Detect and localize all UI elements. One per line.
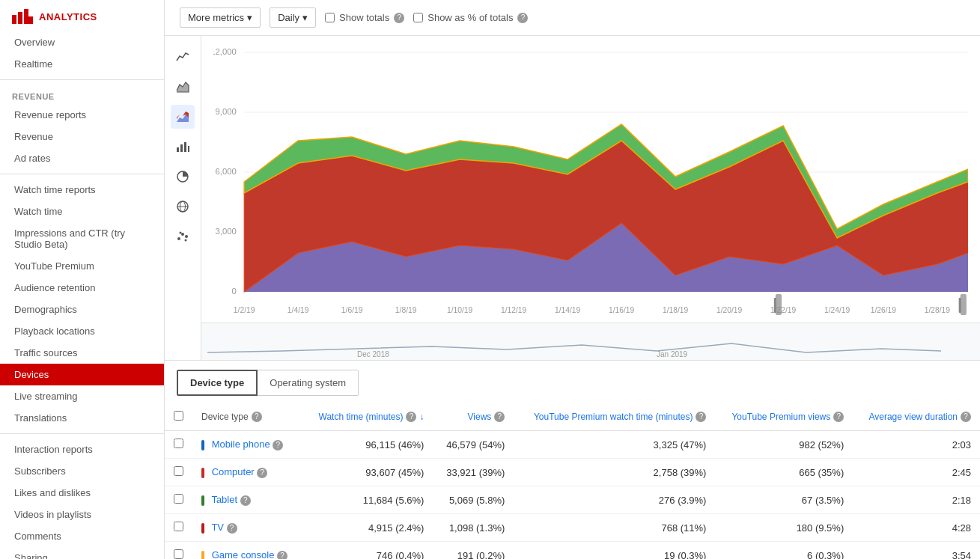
sidebar-item-likes-dislikes[interactable]: Likes and dislikes	[0, 482, 164, 504]
table-row: Computer ? 93,607 (45%) 33,921 (39%) 2,7…	[165, 459, 980, 486]
svg-rect-9	[188, 146, 189, 152]
row-checkbox[interactable]	[174, 549, 183, 559]
show-totals-input[interactable]	[325, 13, 335, 22]
dropdown-arrow-icon: ▾	[247, 12, 252, 23]
svg-text:1/14/19: 1/14/19	[555, 306, 581, 314]
svg-point-18	[185, 239, 187, 242]
sidebar-item-comments[interactable]: Comments	[0, 525, 164, 547]
sidebar-item-subscribers[interactable]: Subscribers	[0, 460, 164, 482]
sidebar-item-ad-rates[interactable]: Ad rates	[0, 147, 164, 169]
sidebar-item-overview[interactable]: Overview	[0, 31, 164, 53]
sidebar-item-revenue[interactable]: Revenue	[0, 126, 164, 147]
views-info-icon[interactable]: ?	[494, 412, 505, 422]
watch-time-info-icon[interactable]: ?	[406, 412, 416, 422]
svg-text:6,000: 6,000	[216, 167, 237, 176]
line-chart-icon[interactable]	[171, 45, 195, 69]
globe-icon[interactable]	[171, 195, 195, 219]
stacked-area-chart-icon[interactable]	[171, 105, 195, 129]
more-metrics-label: More metrics	[188, 12, 244, 23]
row-avg-duration: 2:45	[853, 459, 980, 486]
row-checkbox[interactable]	[174, 494, 183, 504]
device-color-indicator	[201, 523, 204, 534]
device-type-name[interactable]: Tablet	[211, 494, 237, 505]
sidebar-item-playback-locations[interactable]: Playback locations	[0, 320, 164, 342]
daily-button[interactable]: Daily ▾	[270, 7, 316, 28]
row-watch-time: 746 (0.4%)	[302, 542, 433, 560]
bar-chart-icon[interactable]	[171, 135, 195, 159]
toolbar: More metrics ▾ Daily ▾ Show totals ? Sho…	[165, 0, 980, 36]
sidebar-item-traffic-sources[interactable]: Traffic sources	[0, 342, 164, 364]
yt-premium-views-info-icon[interactable]: ?	[833, 412, 844, 422]
sidebar-item-demographics[interactable]: Demographics	[0, 299, 164, 320]
show-pct-info-icon[interactable]: ?	[517, 13, 528, 23]
main-chart-svg: 12,000 9,000 6,000 3,000 0 1/2/19	[213, 43, 968, 320]
device-type-name[interactable]: Game console	[212, 549, 275, 559]
sidebar-item-devices[interactable]: Devices	[0, 364, 164, 385]
svg-point-14	[177, 237, 180, 240]
sidebar-item-revenue-reports[interactable]: Revenue reports	[0, 104, 164, 126]
device-type-row-info-icon[interactable]: ?	[227, 523, 237, 534]
sidebar-item-translations[interactable]: Translations	[0, 407, 164, 429]
avg-duration-info-icon[interactable]: ?	[961, 412, 971, 422]
row-checkbox[interactable]	[174, 439, 183, 448]
device-type-row-info-icon[interactable]: ?	[257, 468, 267, 478]
svg-text:1/12/19: 1/12/19	[501, 306, 527, 314]
scatter-chart-icon[interactable]	[171, 224, 195, 248]
device-color-indicator	[201, 495, 204, 506]
device-type-name[interactable]: Mobile phone	[212, 439, 270, 450]
svg-rect-47	[776, 294, 782, 315]
yt-premium-watch-info-icon[interactable]: ?	[696, 412, 706, 422]
svg-rect-6	[177, 147, 179, 152]
svg-point-16	[185, 235, 188, 238]
svg-rect-2	[24, 9, 28, 24]
svg-text:Dec 2018: Dec 2018	[357, 350, 389, 358]
svg-rect-8	[184, 142, 186, 152]
row-checkbox[interactable]	[174, 522, 183, 531]
sort-down-icon: ↓	[419, 412, 424, 422]
tab-bar: Device type Operating system	[165, 361, 980, 396]
sidebar-item-realtime[interactable]: Realtime	[0, 53, 164, 75]
th-yt-premium-watch-label: YouTube Premium watch time (minutes)	[534, 412, 693, 422]
pie-chart-icon[interactable]	[171, 165, 195, 189]
svg-text:9,000: 9,000	[216, 107, 237, 116]
area-chart-icon[interactable]	[171, 75, 195, 99]
device-type-name[interactable]: TV	[211, 522, 224, 533]
svg-rect-7	[180, 144, 183, 152]
sidebar-item-watch-time-reports[interactable]: Watch time reports	[0, 179, 164, 201]
show-pct-input[interactable]	[413, 13, 423, 22]
sidebar-item-sharing[interactable]: Sharing	[0, 547, 164, 559]
more-metrics-button[interactable]: More metrics ▾	[180, 7, 261, 28]
select-all-checkbox[interactable]	[174, 411, 183, 421]
device-type-row-info-icon[interactable]: ?	[273, 440, 283, 450]
th-yt-premium-views: YouTube Premium views ?	[715, 403, 853, 431]
tab-device-type[interactable]: Device type	[177, 370, 258, 396]
row-watch-time: 96,115 (46%)	[302, 431, 433, 459]
table-row: Mobile phone ? 96,115 (46%) 46,579 (54%)…	[165, 431, 980, 459]
tab-operating-system[interactable]: Operating system	[258, 370, 359, 396]
svg-text:1/6/19: 1/6/19	[341, 306, 363, 314]
sidebar-item-live-streaming[interactable]: Live streaming	[0, 385, 164, 407]
sidebar-divider-1	[0, 79, 164, 80]
sidebar-item-youtube-premium[interactable]: YouTube Premium	[0, 255, 164, 277]
row-yt-premium-views: 982 (52%)	[715, 431, 853, 459]
device-type-info-icon[interactable]: ?	[252, 412, 262, 422]
sidebar-item-videos-in-playlists[interactable]: Videos in playlists	[0, 504, 164, 525]
device-type-name[interactable]: Computer	[212, 466, 255, 477]
sidebar-item-interaction-reports[interactable]: Interaction reports	[0, 439, 164, 460]
th-device-type-label: Device type	[201, 412, 249, 422]
show-totals-checkbox[interactable]: Show totals ?	[325, 12, 404, 23]
sidebar-item-watch-time[interactable]: Watch time	[0, 201, 164, 222]
th-watch-time[interactable]: Watch time (minutes) ? ↓	[302, 403, 433, 431]
show-pct-checkbox[interactable]: Show as % of totals ?	[413, 12, 528, 23]
th-yt-premium-watch: YouTube Premium watch time (minutes) ?	[514, 403, 715, 431]
svg-rect-3	[28, 16, 33, 24]
sidebar-item-impressions-ctr[interactable]: Impressions and CTR (try Studio Beta)	[0, 222, 164, 255]
sidebar-item-audience-retention[interactable]: Audience retention	[0, 277, 164, 299]
device-type-row-info-icon[interactable]: ?	[240, 495, 251, 506]
show-pct-label: Show as % of totals	[427, 12, 513, 23]
mini-chart[interactable]: Dec 2018 Jan 2019	[201, 323, 980, 360]
show-totals-info-icon[interactable]: ?	[394, 13, 404, 23]
device-type-row-info-icon[interactable]: ?	[277, 551, 287, 559]
row-checkbox[interactable]	[174, 466, 183, 476]
sidebar-divider-3	[0, 433, 164, 434]
